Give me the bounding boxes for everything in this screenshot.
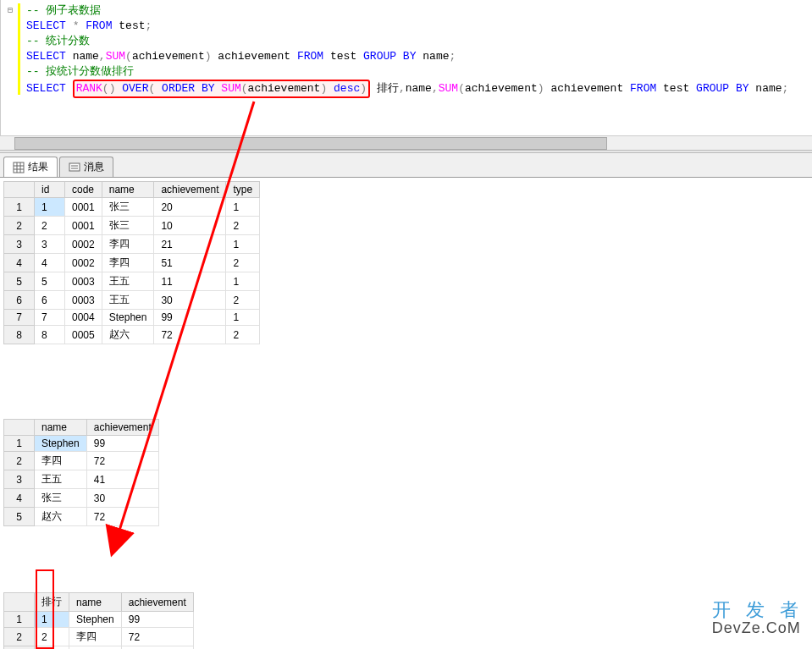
table-row[interactable]: 550003王五111 <box>4 272 260 291</box>
col-header[interactable]: achievement <box>121 593 193 612</box>
cell[interactable]: 2 <box>35 646 69 650</box>
sql-editor[interactable]: ⊟ -- 例子表数据 SELECT * FROM test; -- 统计分数 S… <box>0 0 812 135</box>
cell[interactable]: 72 <box>121 646 193 650</box>
cell[interactable]: 72 <box>86 508 158 526</box>
cell[interactable]: 5 <box>4 508 35 526</box>
cell[interactable]: 0002 <box>65 235 102 254</box>
tab-messages[interactable]: 消息 <box>59 157 113 177</box>
scrollbar-thumb[interactable] <box>14 137 607 150</box>
cell[interactable]: 21 <box>154 235 226 254</box>
cell[interactable]: 99 <box>86 436 158 452</box>
cell[interactable]: 99 <box>121 612 193 628</box>
result-grid-3[interactable]: 排行nameachievement11Stephen9922李四7232赵六72… <box>3 592 194 649</box>
cell[interactable]: 0003 <box>65 272 102 291</box>
cell[interactable]: 1 <box>226 310 260 326</box>
col-header[interactable] <box>4 182 35 198</box>
cell[interactable]: 0002 <box>65 254 102 272</box>
cell[interactable]: 李四 <box>69 628 122 646</box>
cell[interactable]: 1 <box>226 272 260 291</box>
cell[interactable]: 30 <box>86 489 158 508</box>
cell[interactable]: 5 <box>35 272 65 291</box>
cell[interactable]: 2 <box>4 217 35 235</box>
cell[interactable]: 张三 <box>35 489 87 508</box>
cell[interactable]: 2 <box>35 628 69 646</box>
cell[interactable]: 王五 <box>102 272 154 291</box>
col-header[interactable]: 排行 <box>35 593 69 612</box>
col-header[interactable]: name <box>102 182 154 198</box>
cell[interactable]: 0001 <box>65 198 102 217</box>
table-row[interactable]: 220001张三102 <box>4 217 260 235</box>
cell[interactable]: 2 <box>35 217 65 235</box>
cell[interactable]: 3 <box>35 235 65 254</box>
cell[interactable]: 72 <box>154 326 226 344</box>
table-row[interactable]: 5赵六72 <box>4 508 159 526</box>
col-header[interactable]: name <box>35 420 87 436</box>
table-row[interactable]: 4张三30 <box>4 489 159 508</box>
cell[interactable]: 王五 <box>35 470 87 489</box>
col-header[interactable]: code <box>65 182 102 198</box>
cell[interactable]: 3 <box>4 646 35 650</box>
cell[interactable]: Stephen <box>35 436 87 452</box>
table-row[interactable]: 3王五41 <box>4 470 159 489</box>
cell[interactable]: 8 <box>35 326 65 344</box>
cell[interactable]: 张三 <box>102 198 154 217</box>
cell[interactable]: 1 <box>4 612 35 628</box>
cell[interactable]: 1 <box>35 612 69 628</box>
cell[interactable]: 7 <box>4 310 35 326</box>
cell[interactable]: 赵六 <box>69 646 122 650</box>
col-header[interactable]: type <box>226 182 260 198</box>
cell[interactable]: 2 <box>226 217 260 235</box>
table-row[interactable]: 440002李四512 <box>4 254 260 272</box>
cell[interactable]: 4 <box>4 489 35 508</box>
table-row[interactable]: 11Stephen99 <box>4 612 194 628</box>
fold-icon[interactable]: ⊟ <box>8 3 19 19</box>
table-row[interactable]: 880005赵六722 <box>4 326 260 344</box>
cell[interactable]: 30 <box>154 291 226 310</box>
cell[interactable]: Stephen <box>69 612 122 628</box>
table-row[interactable]: 110001张三201 <box>4 198 260 217</box>
col-header[interactable]: achievement <box>86 420 158 436</box>
cell[interactable]: 10 <box>154 217 226 235</box>
cell[interactable]: 李四 <box>102 235 154 254</box>
cell[interactable]: 1 <box>226 198 260 217</box>
table-row[interactable]: 22李四72 <box>4 628 194 646</box>
cell[interactable]: 2 <box>226 291 260 310</box>
cell[interactable]: 99 <box>154 310 226 326</box>
table-row[interactable]: 330002李四211 <box>4 235 260 254</box>
result-grid-2[interactable]: nameachievement1Stephen992李四723王五414张三30… <box>3 419 159 526</box>
cell[interactable]: 2 <box>226 254 260 272</box>
cell[interactable]: 李四 <box>35 452 87 470</box>
cell[interactable]: 72 <box>86 452 158 470</box>
col-header[interactable]: id <box>35 182 65 198</box>
col-header[interactable]: achievement <box>154 182 226 198</box>
cell[interactable]: 赵六 <box>35 508 87 526</box>
table-row[interactable]: 32赵六72 <box>4 646 194 650</box>
cell[interactable]: 2 <box>226 326 260 344</box>
table-row[interactable]: 660003王五302 <box>4 291 260 310</box>
cell[interactable]: 72 <box>121 628 193 646</box>
cell[interactable]: 6 <box>4 291 35 310</box>
cell[interactable]: 赵六 <box>102 326 154 344</box>
cell[interactable]: 3 <box>4 235 35 254</box>
col-header[interactable]: name <box>69 593 122 612</box>
cell[interactable]: 0001 <box>65 217 102 235</box>
tab-results[interactable]: 结果 <box>3 157 58 177</box>
cell[interactable]: 7 <box>35 310 65 326</box>
cell[interactable]: 4 <box>4 254 35 272</box>
cell[interactable]: 20 <box>154 198 226 217</box>
cell[interactable]: 3 <box>4 470 35 489</box>
cell[interactable]: 8 <box>4 326 35 344</box>
table-row[interactable]: 2李四72 <box>4 452 159 470</box>
result-grid-1[interactable]: idcodenameachievementtype110001张三2012200… <box>3 181 260 344</box>
col-header[interactable] <box>4 420 35 436</box>
cell[interactable]: 0003 <box>65 291 102 310</box>
cell[interactable]: 张三 <box>102 217 154 235</box>
col-header[interactable] <box>4 593 35 612</box>
cell[interactable]: 41 <box>86 470 158 489</box>
cell[interactable]: 1 <box>4 198 35 217</box>
cell[interactable]: 1 <box>35 198 65 217</box>
cell[interactable]: 2 <box>4 452 35 470</box>
cell[interactable]: 4 <box>35 254 65 272</box>
table-row[interactable]: 770004Stephen991 <box>4 310 260 326</box>
table-row[interactable]: 1Stephen99 <box>4 436 159 452</box>
